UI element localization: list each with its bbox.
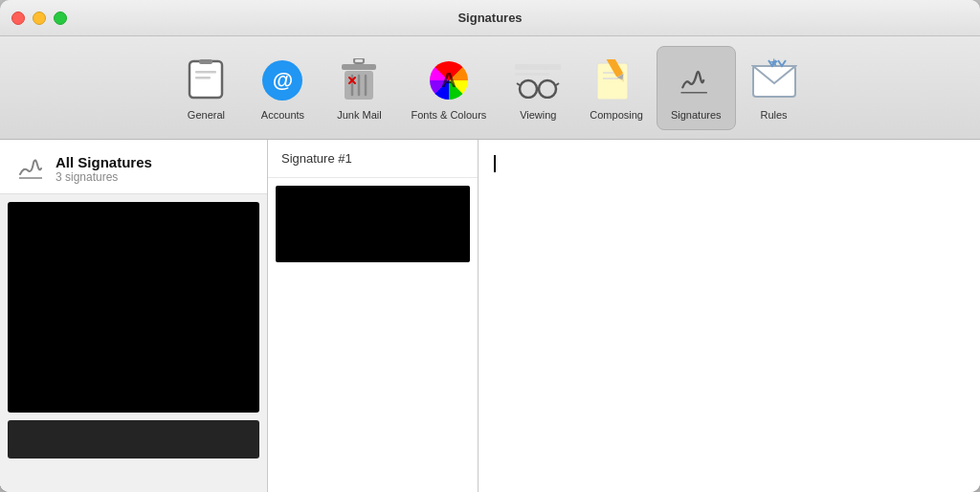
svg-point-15 bbox=[539, 80, 556, 98]
general-icon bbox=[181, 56, 231, 105]
composing-icon bbox=[591, 56, 641, 105]
close-button[interactable] bbox=[11, 11, 25, 25]
viewing-label: Viewing bbox=[520, 109, 556, 121]
svg-rect-13 bbox=[515, 73, 549, 76]
toolbar-item-composing[interactable]: Composing bbox=[576, 46, 657, 130]
panel-left-title: All Signatures bbox=[56, 154, 152, 170]
toolbar-item-fonts-colours[interactable]: Fonts & Colours bbox=[397, 46, 500, 130]
panel-right-content[interactable] bbox=[479, 140, 980, 492]
accounts-icon: @ bbox=[257, 56, 307, 105]
panel-left-header-icon bbox=[15, 153, 46, 184]
panel-left-subtitle: 3 signatures bbox=[56, 170, 152, 184]
svg-rect-5 bbox=[342, 64, 376, 70]
svg-point-14 bbox=[520, 80, 537, 98]
svg-rect-0 bbox=[189, 61, 222, 98]
toolbar-item-general[interactable]: General bbox=[167, 46, 244, 130]
toolbar: General @ Accounts bbox=[0, 36, 980, 140]
panel-middle-content[interactable] bbox=[268, 178, 478, 492]
signature-list-item-1[interactable] bbox=[8, 202, 259, 413]
maximize-button[interactable] bbox=[54, 11, 67, 25]
text-cursor bbox=[494, 155, 496, 172]
signatures-icon bbox=[671, 56, 721, 105]
panel-right bbox=[479, 140, 980, 492]
panel-middle-header: Signature #1 bbox=[268, 140, 478, 178]
toolbar-item-viewing[interactable]: Viewing bbox=[500, 46, 576, 130]
panel-left: All Signatures 3 signatures bbox=[0, 140, 268, 492]
accounts-label: Accounts bbox=[261, 109, 304, 121]
panel-left-list[interactable] bbox=[0, 194, 267, 492]
toolbar-item-accounts[interactable]: @ Accounts bbox=[244, 46, 321, 130]
minimize-button[interactable] bbox=[33, 11, 46, 25]
rules-label: Rules bbox=[760, 109, 787, 121]
svg-line-17 bbox=[517, 83, 520, 85]
panel-left-header: All Signatures 3 signatures bbox=[0, 140, 267, 194]
toolbar-item-signatures[interactable]: Signatures bbox=[657, 46, 736, 130]
main-content: All Signatures 3 signatures Signature #1 bbox=[0, 140, 980, 492]
panel-middle-title: Signature #1 bbox=[281, 151, 352, 166]
viewing-icon bbox=[513, 56, 563, 105]
window-title: Signatures bbox=[457, 11, 522, 25]
fonts-colours-label: Fonts & Colours bbox=[411, 109, 486, 121]
panel-middle: Signature #1 bbox=[268, 140, 479, 492]
svg-rect-2 bbox=[195, 71, 216, 74]
junk-mail-label: Junk Mail bbox=[337, 109, 381, 121]
signature-preview-1 bbox=[276, 186, 470, 262]
svg-rect-12 bbox=[515, 64, 561, 70]
composing-label: Composing bbox=[590, 109, 643, 121]
main-window: Signatures General @ Accounts bbox=[0, 0, 980, 492]
panel-left-header-text: All Signatures 3 signatures bbox=[56, 154, 152, 184]
signature-list-item-2[interactable] bbox=[8, 420, 259, 458]
junk-mail-icon bbox=[334, 56, 384, 105]
toolbar-item-junk-mail[interactable]: Junk Mail bbox=[321, 46, 397, 130]
svg-rect-4 bbox=[354, 58, 364, 63]
general-label: General bbox=[188, 109, 225, 121]
fonts-colours-icon bbox=[424, 56, 474, 105]
signatures-label: Signatures bbox=[671, 109, 722, 121]
svg-rect-3 bbox=[195, 77, 211, 79]
toolbar-item-rules[interactable]: Rules bbox=[736, 46, 813, 130]
title-bar: Signatures bbox=[0, 0, 980, 36]
rules-icon bbox=[749, 56, 799, 105]
traffic-lights bbox=[11, 11, 67, 25]
svg-rect-1 bbox=[199, 59, 212, 64]
svg-line-18 bbox=[556, 83, 559, 85]
